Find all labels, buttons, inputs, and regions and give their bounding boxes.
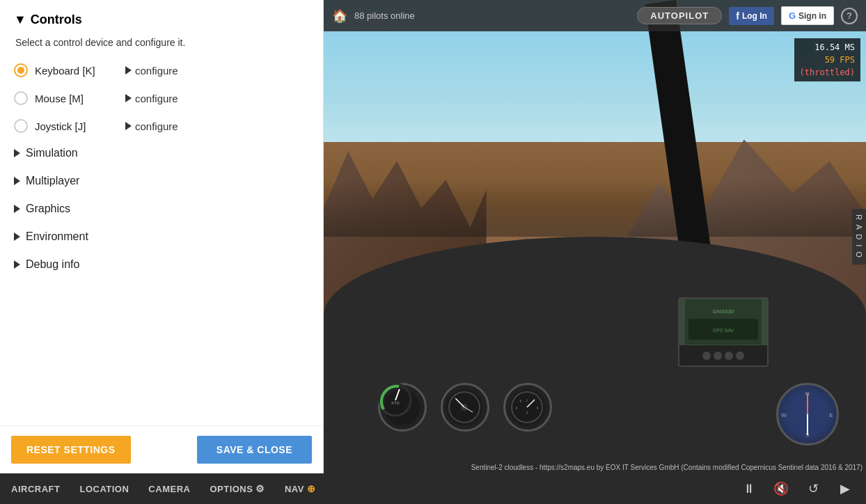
arrow-icon <box>125 122 132 130</box>
performance-overlay: 16.54 MS 59 FPS (throttled) <box>794 38 860 81</box>
gps-btn-2[interactable] <box>714 352 722 360</box>
mute-icon: 🔇 <box>773 481 789 496</box>
svg-text:4: 4 <box>516 406 518 410</box>
svg-text:GNS430: GNS430 <box>712 308 734 315</box>
joystick-configure-label: configure <box>135 120 178 132</box>
svg-text:7: 7 <box>526 399 528 403</box>
svg-line-9 <box>456 398 465 407</box>
play-button[interactable]: ▶ <box>835 479 855 498</box>
save-close-button[interactable]: SAVE & CLOSE <box>197 436 312 464</box>
graphics-label: Graphics <box>26 203 70 215</box>
gps-device: GNS430 GPS NAV <box>678 297 769 367</box>
perf-ms: 16.54 MS <box>800 41 855 54</box>
cockpit-dashboard: GNS430 GPS NAV <box>324 237 866 473</box>
mouse-configure-label: configure <box>135 93 178 104</box>
location-label: LOCATION <box>79 484 129 494</box>
nav-compass-icon: ⊕ <box>307 483 316 494</box>
triangle-down-icon: ▼ <box>14 13 26 27</box>
panel-buttons: RESET SETTINGS SAVE & CLOSE <box>0 425 323 473</box>
controls-title: ▼ Controls <box>14 13 309 27</box>
radio-panel[interactable]: R A D I O <box>852 209 866 265</box>
top-bar-right: f Log In G Sign in ? <box>729 6 858 25</box>
options-label: OPTIONS <box>210 484 253 494</box>
keyboard-radio[interactable] <box>14 63 28 77</box>
gps-display: GNS430 GPS NAV <box>685 299 762 345</box>
nav-controls: ⏸ 🔇 ↺ ▶ <box>739 479 855 498</box>
top-bar: 🏠 88 pilots online AUTOPILOT f Log In G … <box>324 0 866 31</box>
nav-item-aircraft[interactable]: AIRCRAFT <box>11 484 60 494</box>
mouse-control-item: Mouse [M] configure <box>14 91 309 105</box>
joystick-radio[interactable] <box>14 119 28 133</box>
graphics-section[interactable]: Graphics <box>14 203 309 215</box>
joystick-control-item: Joystick [J] configure <box>14 119 309 133</box>
debug-section[interactable]: Debug info <box>14 258 309 271</box>
home-icon[interactable]: 🏠 <box>332 8 347 24</box>
facebook-login-button[interactable]: f Log In <box>729 7 774 25</box>
mouse-configure-button[interactable]: configure <box>125 93 178 104</box>
left-panel: ▼ Controls Select a control device and c… <box>0 0 324 473</box>
multiplayer-arrow-icon <box>14 177 20 185</box>
speed-gauge-inner: KTS <box>383 388 421 427</box>
nav-compass: N S W E <box>776 383 839 446</box>
vsi-gauge: 7 2 4 4 5 <box>503 383 552 432</box>
svg-text:2: 2 <box>526 411 528 415</box>
help-button[interactable]: ? <box>841 8 858 24</box>
altimeter-gauge-inner <box>446 388 484 427</box>
autopilot-button[interactable]: AUTOPILOT <box>637 7 722 24</box>
mouse-radio[interactable] <box>14 91 28 105</box>
gps-screen: GNS430 GPS NAV <box>679 299 767 345</box>
gps-controls <box>679 345 767 365</box>
windshield-frame <box>324 180 866 237</box>
google-signin-button[interactable]: G Sign in <box>781 6 834 25</box>
perf-fps: 59 FPS <box>800 54 855 66</box>
svg-text:KTS: KTS <box>391 401 400 405</box>
compass-svg: N S W E <box>778 385 837 443</box>
play-icon: ▶ <box>840 481 850 496</box>
environment-label: Environment <box>26 230 88 243</box>
debug-arrow-icon <box>14 260 20 269</box>
gps-btn-4[interactable] <box>736 352 744 360</box>
refresh-icon: ↺ <box>808 481 819 496</box>
arrow-icon <box>125 94 132 102</box>
multiplayer-section[interactable]: Multiplayer <box>14 175 309 187</box>
svg-text:E: E <box>829 412 833 418</box>
svg-text:4: 4 <box>537 406 539 410</box>
aircraft-label: AIRCRAFT <box>11 484 60 494</box>
nav-item-nav[interactable]: NAV ⊕ <box>285 483 315 494</box>
controls-subtitle: Select a control device and configure it… <box>15 37 309 48</box>
nav-item-camera[interactable]: CAMERA <box>148 484 190 494</box>
simulation-label: Simulation <box>26 147 78 159</box>
altimeter-svg <box>446 388 484 427</box>
gps-btn-1[interactable] <box>702 352 711 360</box>
keyboard-label: Keyboard [K] <box>35 65 125 77</box>
vsi-svg: 7 2 4 4 5 <box>508 388 546 427</box>
simulation-section[interactable]: Simulation <box>14 147 309 159</box>
options-gear-icon: ⚙ <box>255 483 265 494</box>
keyboard-configure-label: configure <box>135 65 178 77</box>
bottom-nav: AIRCRAFT LOCATION CAMERA OPTIONS ⚙ NAV ⊕… <box>0 473 866 504</box>
altimeter-gauge <box>441 383 489 432</box>
mouse-label: Mouse [M] <box>35 93 125 104</box>
svg-line-5 <box>395 389 400 400</box>
mute-button[interactable]: 🔇 <box>771 479 791 498</box>
reset-settings-button[interactable]: RESET SETTINGS <box>11 436 131 464</box>
google-icon: G <box>789 10 796 21</box>
environment-section[interactable]: Environment <box>14 230 309 243</box>
pause-button[interactable]: ⏸ <box>739 479 759 498</box>
instruments-row: KTS <box>378 383 552 432</box>
speed-gauge-svg: KTS <box>377 381 415 420</box>
keyboard-configure-button[interactable]: configure <box>125 65 178 77</box>
gps-btn-3[interactable] <box>725 352 733 360</box>
camera-label: CAMERA <box>148 484 190 494</box>
svg-text:5: 5 <box>520 399 522 403</box>
nav-item-options[interactable]: OPTIONS ⚙ <box>210 483 265 494</box>
graphics-arrow-icon <box>14 205 20 213</box>
svg-text:GPS NAV: GPS NAV <box>712 328 734 333</box>
pilots-online-text: 88 pilots online <box>354 10 630 21</box>
nav-item-location[interactable]: LOCATION <box>79 484 129 494</box>
debug-label: Debug info <box>26 258 79 271</box>
nav-label: NAV <box>285 484 304 494</box>
refresh-button[interactable]: ↺ <box>803 479 823 498</box>
perf-throttled: (throttled) <box>800 66 855 79</box>
joystick-configure-button[interactable]: configure <box>125 120 178 132</box>
